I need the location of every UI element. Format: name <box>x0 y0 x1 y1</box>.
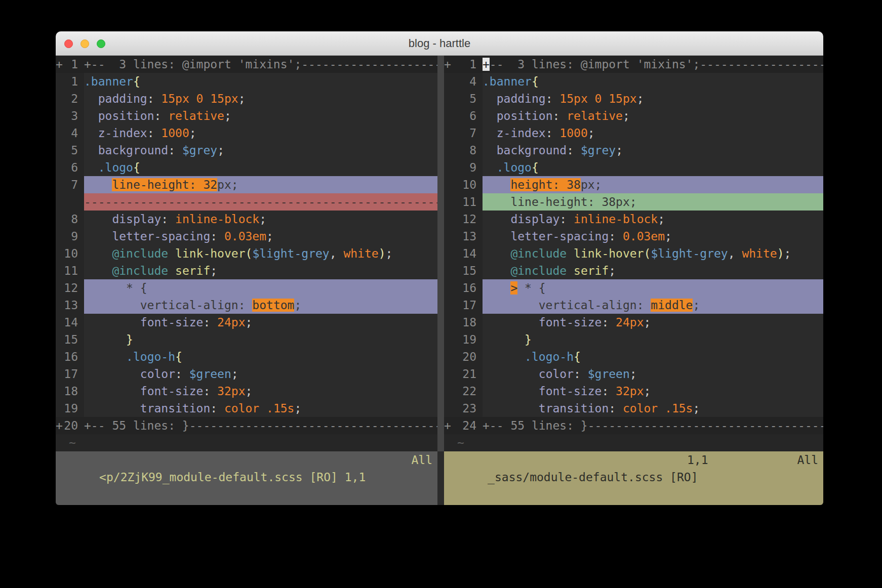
code-line[interactable]: 3 position: relative; <box>56 107 437 124</box>
fold-column <box>444 314 451 331</box>
token-val: color .15s <box>623 402 693 415</box>
code-line[interactable]: 9 .logo{ <box>444 159 823 176</box>
terminal-window: blog - harttle +1+-- 3 lines: @import 'm… <box>56 31 823 505</box>
code-line[interactable]: 13 vertical-align: bottom; <box>56 297 437 314</box>
fold-column <box>56 348 63 365</box>
line-number-gutter: 19 <box>444 331 483 348</box>
token-norm <box>483 213 510 226</box>
code-line[interactable]: 2 padding: 15px 0 15px; <box>56 90 437 107</box>
code-line[interactable]: 18 font-size: 24px; <box>444 314 823 331</box>
code-line[interactable]: 16 > * { <box>444 279 823 297</box>
code-line[interactable]: 14 font-size: 24px; <box>56 314 437 331</box>
line-number: 10 <box>451 176 483 193</box>
code-line[interactable]: 13 letter-spacing: 0.03em; <box>444 228 823 245</box>
token-prop: color <box>140 367 175 381</box>
token-norm <box>567 264 574 277</box>
line-number-gutter: 17 <box>56 365 84 383</box>
fold-line[interactable]: +1+-- 3 lines: @import 'mixins';--------… <box>444 56 823 73</box>
code-line[interactable]: 6 .logo{ <box>56 159 437 176</box>
token-norm <box>483 385 539 398</box>
code-line[interactable]: 10 height: 38px; <box>444 176 823 193</box>
token-punc: ; <box>217 144 224 157</box>
code-line[interactable]: 17 vertical-align: middle; <box>444 297 823 314</box>
code-line[interactable]: 7 line-height: 32px; <box>56 176 437 193</box>
code-line[interactable]: 11 @include serif; <box>56 262 437 279</box>
statusline-right[interactable]: _sass/module-default.scss [RO] 1,1 All <box>444 451 823 505</box>
token-punc: ; <box>616 144 623 157</box>
token-val: relative <box>567 109 623 122</box>
line-number: 20 <box>63 417 84 434</box>
code-line[interactable]: 4 z-index: 1000; <box>56 124 437 142</box>
code-line[interactable]: 12 * { <box>56 279 437 297</box>
token-norm <box>483 161 497 174</box>
fold-line[interactable]: +24+-- 55 lines: }----------------------… <box>444 417 823 434</box>
close-button[interactable] <box>64 39 73 48</box>
token-inc: @include <box>510 247 567 260</box>
code-line[interactable]: 7 z-index: 1000; <box>444 124 823 142</box>
token-norm <box>483 127 497 140</box>
zoom-button[interactable] <box>97 39 105 48</box>
fold-column[interactable]: + <box>56 417 63 434</box>
fold-column[interactable]: + <box>444 417 451 434</box>
token-inc: @include <box>510 264 567 277</box>
code-text: +-- 55 lines: }-------------------------… <box>483 417 823 434</box>
code-line[interactable]: 15 } <box>56 331 437 348</box>
code-line[interactable]: 20 .logo-h{ <box>444 348 823 365</box>
code-line[interactable]: 23 transition: color .15s; <box>444 400 823 417</box>
fold-column <box>444 90 451 107</box>
line-number: 6 <box>451 107 483 124</box>
line-number-gutter: 15 <box>444 262 483 279</box>
code-line[interactable]: 8 display: inline-block; <box>56 211 437 228</box>
code-line[interactable]: 15 @include serif; <box>444 262 823 279</box>
diff-text-highlight: line-height: 32 <box>112 178 217 191</box>
code-line[interactable]: 5 background: $grey; <box>56 142 437 159</box>
titlebar[interactable]: blog - harttle <box>56 31 823 56</box>
token-punc: ; <box>238 92 246 105</box>
code-line[interactable]: 14 @include link-hover($light-grey, whit… <box>444 245 823 262</box>
fold-line[interactable]: +20+-- 55 lines: }----------------------… <box>56 417 437 434</box>
line-number: 24 <box>451 417 483 434</box>
line-number: 7 <box>451 124 483 142</box>
code-line[interactable]: 17 color: $green; <box>56 365 437 383</box>
code-line[interactable]: 11 line-height: 38px; <box>444 193 823 211</box>
line-number-gutter: 14 <box>444 245 483 262</box>
fold-line[interactable]: +1+-- 3 lines: @import 'mixins';--------… <box>56 56 437 73</box>
code-line[interactable]: 16 .logo-h{ <box>56 348 437 365</box>
token-brace: { <box>133 161 140 174</box>
token-punc: : <box>161 213 175 226</box>
line-number-gutter: +20 <box>56 417 84 434</box>
token-var: $green <box>588 367 630 381</box>
vertical-split-separator[interactable] <box>437 56 444 451</box>
diff-filler-line[interactable]: ----------------------------------------… <box>56 193 437 211</box>
diff-pane-right[interactable]: +1+-- 3 lines: @import 'mixins';--------… <box>444 56 823 451</box>
fold-column[interactable]: + <box>56 56 63 73</box>
token-norm <box>84 213 112 226</box>
diff-pane-left[interactable]: +1+-- 3 lines: @import 'mixins';--------… <box>56 56 437 451</box>
fold-column <box>444 142 451 159</box>
code-line[interactable]: 12 display: inline-block; <box>444 211 823 228</box>
code-line[interactable]: 8 background: $grey; <box>444 142 823 159</box>
token-cls: .banner <box>84 75 133 88</box>
minimize-button[interactable] <box>81 39 89 48</box>
code-line[interactable]: 22 font-size: 32px; <box>444 383 823 400</box>
code-line[interactable]: 6 position: relative; <box>444 107 823 124</box>
code-line[interactable]: 10 @include link-hover($light-grey, whit… <box>56 245 437 262</box>
code-line[interactable]: 4.banner{ <box>444 73 823 90</box>
fold-column[interactable]: + <box>444 56 451 73</box>
code-text: > * { <box>483 279 823 297</box>
code-line[interactable]: 18 font-size: 32px; <box>56 383 437 400</box>
fold-column <box>444 245 451 262</box>
code-line[interactable]: 19 transition: color .15s; <box>56 400 437 417</box>
token-norm <box>84 264 112 277</box>
code-line[interactable]: 1.banner{ <box>56 73 437 90</box>
code-line[interactable]: 21 color: $green; <box>444 365 823 383</box>
line-number-gutter: 22 <box>444 383 483 400</box>
token-punc: ; <box>693 402 700 415</box>
code-line[interactable]: 19 } <box>444 331 823 348</box>
code-line[interactable]: 9 letter-spacing: 0.03em; <box>56 228 437 245</box>
line-number-gutter: 5 <box>444 90 483 107</box>
line-number: 14 <box>451 245 483 262</box>
statusline-left[interactable]: <p/2ZjK99_module-default.scss [RO] 1,1 A… <box>56 451 437 505</box>
token-punc: : <box>203 316 217 329</box>
code-line[interactable]: 5 padding: 15px 0 15px; <box>444 90 823 107</box>
